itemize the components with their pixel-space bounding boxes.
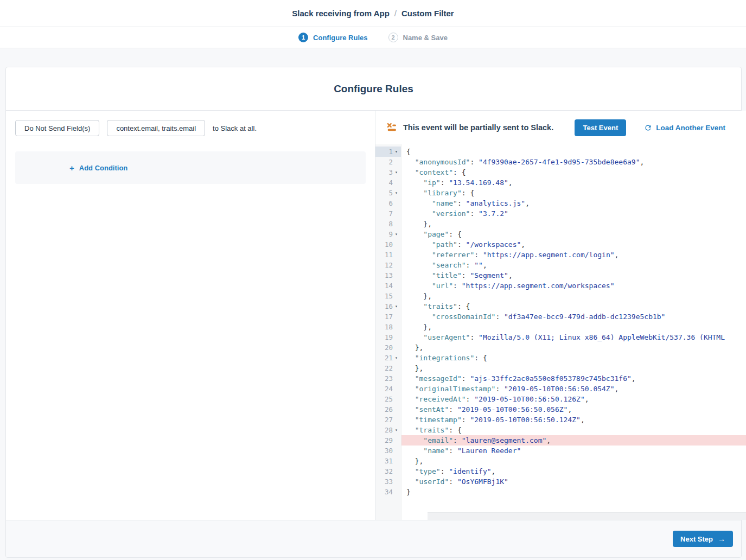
line-number: 26▾ [375, 404, 401, 415]
code-line[interactable]: "search": "", [401, 260, 746, 270]
code-line[interactable]: "receivedAt": "2019-05-10T00:56:50.126Z"… [401, 394, 746, 404]
json-token [406, 426, 415, 434]
fold-arrow-icon[interactable]: ▾ [393, 353, 399, 363]
json-token: "traits" [415, 426, 449, 434]
line-number-text: 16 [385, 301, 393, 311]
code-line[interactable]: }, [401, 291, 746, 301]
rule-sentence: Do Not Send Field(s) context.email, trai… [15, 120, 366, 136]
json-token: "3.7.2" [479, 209, 508, 218]
load-another-event-link[interactable]: Load Another Event [644, 124, 725, 132]
code-line[interactable]: "crossDomainId": "df3a47ee-bcc9-479d-add… [401, 311, 746, 322]
line-number: 23▾ [375, 373, 401, 384]
code-line[interactable]: "integrations": { [401, 353, 746, 363]
line-number: 2▾ [375, 157, 401, 167]
json-token: "ajs-33ffc2ac0a550e8f053789c745bc31f6" [470, 374, 631, 383]
json-token: : [474, 251, 483, 259]
line-number: 8▾ [375, 219, 401, 229]
horizontal-scrollbar[interactable] [428, 512, 746, 520]
json-token: "lauren@segment.com" [462, 436, 547, 444]
rule-fields-button[interactable]: context.email, traits.email [107, 120, 205, 136]
line-number-text: 34 [385, 487, 393, 497]
json-token: : [441, 467, 449, 475]
json-code-area[interactable]: { "anonymousId": "4f9390ae-2657-4fe1-9d9… [401, 144, 746, 520]
code-line[interactable]: "userAgent": "Mozilla/5.0 (X11; Linux x8… [401, 332, 746, 342]
line-number-text: 21 [385, 353, 393, 363]
code-line[interactable]: "anonymousId": "4f9390ae-2657-4fe1-9d95-… [401, 157, 746, 167]
line-number: 1▾ [375, 147, 401, 157]
json-token: : [462, 271, 470, 279]
code-line[interactable]: "page": { [401, 229, 746, 239]
code-line[interactable]: "type": "identify", [401, 466, 746, 476]
json-token: : { [449, 230, 461, 238]
code-line[interactable]: "version": "3.7.2" [401, 208, 746, 219]
line-number: 4▾ [375, 177, 401, 188]
json-token: "" [474, 261, 483, 269]
code-line[interactable]: }, [401, 342, 746, 353]
code-line[interactable]: "context": { [401, 167, 746, 177]
json-token [406, 199, 432, 207]
line-number-text: 10 [385, 239, 393, 250]
step-name-save[interactable]: 2 Name & Save [388, 33, 448, 42]
add-condition-button[interactable]: + Add Condition [69, 163, 127, 173]
fold-arrow-icon[interactable]: ▾ [393, 301, 399, 311]
json-token: , [483, 261, 487, 269]
fold-arrow-icon[interactable]: ▾ [393, 229, 399, 239]
code-line[interactable]: "url": "https://app.segment.com/workspac… [401, 281, 746, 291]
json-token: }, [406, 364, 423, 372]
json-token [406, 354, 415, 362]
json-token: "df3a47ee-bcc9-479d-addb-dc1239e5cb1b" [504, 313, 665, 321]
code-line[interactable]: "email": "lauren@segment.com", [401, 435, 746, 446]
code-line[interactable]: "timestamp": "2019-05-10T00:56:50.124Z", [401, 415, 746, 425]
json-token [406, 478, 415, 486]
line-number-text: 23 [385, 373, 393, 384]
plus-icon: + [69, 163, 74, 173]
json-token: : [449, 447, 457, 455]
code-line[interactable]: "referrer": "https://app.segment.com/log… [401, 250, 746, 260]
json-token [406, 385, 415, 393]
line-number: 21▾ [375, 353, 401, 363]
code-line[interactable]: } [401, 487, 746, 497]
json-token: }, [406, 292, 432, 300]
code-line[interactable]: "messageId": "ajs-33ffc2ac0a550e8f053789… [401, 373, 746, 384]
json-token: "13.54.169.48" [449, 179, 508, 187]
code-line[interactable]: "traits": { [401, 425, 746, 435]
code-line[interactable]: "userId": "OsY6MFBj1K" [401, 476, 746, 487]
code-line[interactable]: "title": "Segment", [401, 270, 746, 281]
line-number-text: 4 [388, 177, 393, 188]
code-line[interactable]: }, [401, 219, 746, 229]
code-line[interactable]: }, [401, 456, 746, 466]
step-configure-rules[interactable]: 1 Configure Rules [298, 33, 367, 42]
json-token: , [632, 374, 636, 383]
code-line[interactable]: "sentAt": "2019-05-10T00:56:50.056Z", [401, 404, 746, 415]
line-number: 10▾ [375, 239, 401, 250]
code-line[interactable]: "name": "analytics.js", [401, 198, 746, 208]
code-line[interactable]: "ip": "13.54.169.48", [401, 177, 746, 188]
line-number-text: 29 [385, 435, 393, 446]
code-line[interactable]: "traits": { [401, 301, 746, 311]
fold-arrow-icon[interactable]: ▾ [393, 147, 399, 157]
code-line[interactable]: "name": "Lauren Reeder" [401, 446, 746, 456]
json-editor[interactable]: 1▾2▾3▾4▾5▾6▾7▾8▾9▾10▾11▾12▾13▾14▾15▾16▾1… [375, 144, 746, 520]
line-number-text: 24 [385, 384, 393, 394]
json-token: "userAgent" [423, 333, 470, 341]
json-token: : [449, 478, 457, 486]
code-line[interactable]: }, [401, 322, 746, 332]
code-line[interactable]: "originalTimestamp": "2019-05-10T00:56:5… [401, 384, 746, 394]
fold-arrow-icon[interactable]: ▾ [393, 425, 399, 435]
json-token: : [462, 374, 470, 383]
code-line[interactable]: "path": "/workspaces", [401, 239, 746, 250]
line-number-text: 20 [385, 342, 393, 353]
next-step-button[interactable]: Next Step → [673, 531, 733, 547]
test-event-button[interactable]: Test Event [575, 119, 626, 136]
rule-action-button[interactable]: Do Not Send Field(s) [15, 120, 99, 136]
line-number: 6▾ [375, 198, 401, 208]
line-number: 17▾ [375, 311, 401, 322]
json-token [406, 374, 415, 383]
fold-arrow-icon[interactable]: ▾ [393, 167, 399, 177]
code-line[interactable]: "library": { [401, 188, 746, 198]
breadcrumb-page: Custom Filter [401, 9, 454, 18]
step-1-label: Configure Rules [313, 34, 367, 42]
code-line[interactable]: }, [401, 363, 746, 373]
fold-arrow-icon[interactable]: ▾ [393, 188, 399, 198]
code-line[interactable]: { [401, 147, 746, 157]
